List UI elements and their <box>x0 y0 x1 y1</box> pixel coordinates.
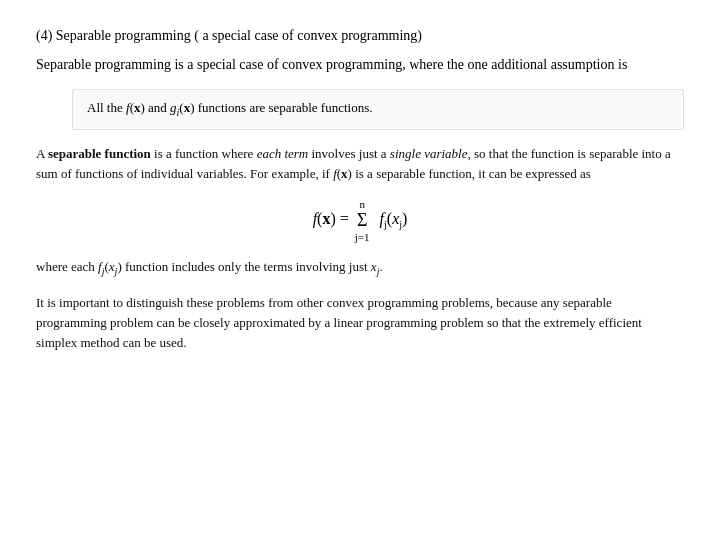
page-container: (4) Separable programming ( a special ca… <box>0 0 720 540</box>
importance-text: It is important to distinguish these pro… <box>36 295 642 350</box>
intro-text: Separable programming is a special case … <box>36 54 684 75</box>
separable-def-bold: separable function <box>48 146 151 161</box>
math-formula: f(x) = n Σ j=1 fj(xj) <box>36 198 684 243</box>
formula-expression: f(x) = n Σ j=1 fj(xj) <box>313 210 408 227</box>
where-line: where each fj(xj) function includes only… <box>36 257 684 279</box>
formula-text: All the f(x) and gi(x) functions are sep… <box>87 100 373 115</box>
separable-def: A separable function is a function where… <box>36 144 684 184</box>
section-title: (4) Separable programming ( a special ca… <box>36 28 684 44</box>
separable-def-prefix: A <box>36 146 48 161</box>
formula-block-separable: All the f(x) and gi(x) functions are sep… <box>72 89 684 130</box>
importance-block: It is important to distinguish these pro… <box>36 293 684 353</box>
